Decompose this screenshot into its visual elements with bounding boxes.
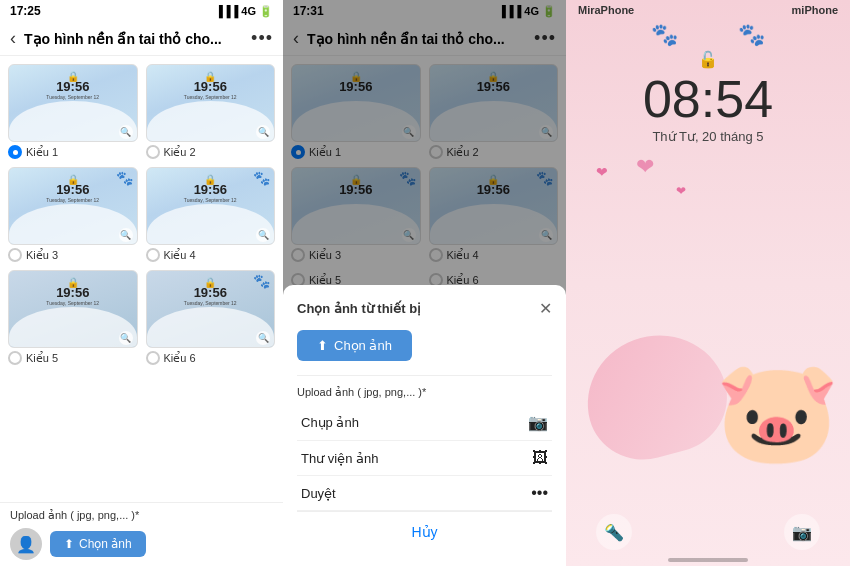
label-kieu6: Kiểu 6 bbox=[164, 352, 196, 365]
p3-lock-icon: 🔓 bbox=[566, 50, 850, 69]
radio-label-kieu1[interactable]: Kiểu 1 bbox=[8, 145, 58, 159]
p3-status-left: MiraPhone bbox=[578, 4, 634, 16]
style-grid-1: 🔒 19:56 Tuesday, September 12 🔍 Kiểu 1 bbox=[0, 56, 283, 502]
modal-title: Chọn ảnh từ thiết bị bbox=[297, 301, 421, 316]
list-item[interactable]: 🔒 19:56 Tuesday, September 12 🔍 Kiểu 2 bbox=[146, 64, 276, 159]
label-kieu1: Kiểu 1 bbox=[26, 146, 58, 159]
cloud-shape bbox=[147, 307, 275, 347]
radio-kieu2[interactable] bbox=[146, 145, 160, 159]
grid-container-1: 🔒 19:56 Tuesday, September 12 🔍 Kiểu 1 bbox=[8, 64, 275, 365]
list-item[interactable]: 🔒 19:56 Tuesday, September 12 🔍 Kiểu 5 bbox=[8, 270, 138, 365]
camera-icon-p3: 📷 bbox=[792, 523, 812, 542]
duyet-label: Duyệt bbox=[301, 486, 336, 501]
duyet-item[interactable]: Duyệt ••• bbox=[297, 476, 552, 511]
thu-vien-item[interactable]: Thư viện ảnh 🖼 bbox=[297, 441, 552, 476]
signal-1: ▐▐▐ bbox=[215, 5, 238, 17]
cloud-shape bbox=[147, 204, 275, 244]
list-item[interactable]: 🐾 🔒 19:56 Tuesday, September 12 🔍 Kiểu 4 bbox=[146, 167, 276, 262]
modal-close-button[interactable]: ✕ bbox=[539, 299, 552, 318]
thumb-inner: 🐾 🔒 19:56 Tuesday, September 12 🔍 bbox=[9, 168, 137, 244]
chon-anh-button-2[interactable]: ⬆ Chọn ảnh bbox=[297, 330, 412, 361]
list-item[interactable]: 🔒 19:56 Tuesday, September 12 🔍 Kiểu 1 bbox=[8, 64, 138, 159]
paw-right-icon: 🐾 bbox=[738, 22, 765, 48]
time-1: 17:25 bbox=[10, 4, 41, 18]
upload-label-2: Upload ảnh ( jpg, png,... )* bbox=[297, 386, 552, 399]
torch-button[interactable]: 🔦 bbox=[596, 514, 632, 550]
thumb-date: Tuesday, September 12 bbox=[46, 94, 99, 100]
panel3: MiraPhone miPhone 🐾 🐾 🔓 08:54 Thứ Tư, 20… bbox=[566, 0, 850, 566]
label-kieu4: Kiểu 4 bbox=[164, 249, 196, 262]
thumb-time: 19:56 bbox=[194, 182, 227, 197]
more-button-1[interactable]: ••• bbox=[251, 28, 273, 49]
radio-label-kieu6[interactable]: Kiểu 6 bbox=[146, 351, 196, 365]
back-button-1[interactable]: ‹ bbox=[10, 28, 16, 49]
thumb-inner: 🐾 🔒 19:56 Tuesday, September 12 🔍 bbox=[147, 271, 275, 347]
camera-button[interactable]: 📷 bbox=[784, 514, 820, 550]
more-dots-icon: ••• bbox=[531, 484, 548, 502]
label-kieu5: Kiểu 5 bbox=[26, 352, 58, 365]
list-item[interactable]: 🐾 🔒 19:56 Tuesday, September 12 🔍 Kiểu 6 bbox=[146, 270, 276, 365]
paw-icon: 🐾 bbox=[253, 170, 270, 186]
gallery-icon: 🖼 bbox=[532, 449, 548, 467]
thumb-kieu6[interactable]: 🐾 🔒 19:56 Tuesday, September 12 🔍 bbox=[146, 270, 276, 348]
upload-section-1: Upload ảnh ( jpg, png,... )* 👤 ⬆ Chọn ản… bbox=[0, 502, 283, 566]
p3-time: 08:54 bbox=[566, 73, 850, 125]
thumb-inner: 🐾 🔒 19:56 Tuesday, September 12 🔍 bbox=[147, 168, 275, 244]
heart-icon-1: ❤ bbox=[596, 164, 608, 180]
status-icons-1: ▐▐▐ 4G 🔋 bbox=[215, 5, 273, 18]
panel2: 17:31 ▐▐▐ 4G 🔋 ‹ Tạo hình nền ẩn tai thỏ… bbox=[283, 0, 566, 566]
radio-kieu4[interactable] bbox=[146, 248, 160, 262]
thumb-inner: 🔒 19:56 Tuesday, September 12 🔍 bbox=[147, 65, 275, 141]
heart-icon-3: ❤ bbox=[676, 184, 686, 198]
battery-1: 🔋 bbox=[259, 5, 273, 18]
radio-kieu1[interactable] bbox=[8, 145, 22, 159]
home-indicator bbox=[668, 558, 748, 562]
thumb-kieu3[interactable]: 🐾 🔒 19:56 Tuesday, September 12 🔍 bbox=[8, 167, 138, 245]
panel1: 17:25 ▐▐▐ 4G 🔋 ‹ Tạo hình nền ẩn tai thỏ… bbox=[0, 0, 283, 566]
p3-status-right: miPhone bbox=[792, 4, 838, 16]
radio-label-kieu2[interactable]: Kiểu 2 bbox=[146, 145, 196, 159]
pig-illustration: 🐷 bbox=[715, 361, 840, 461]
status-bar-1: 17:25 ▐▐▐ 4G 🔋 bbox=[0, 0, 283, 22]
chup-anh-item[interactable]: Chụp ảnh 📷 bbox=[297, 405, 552, 441]
zoom-icon: 🔍 bbox=[119, 125, 133, 139]
heart-icon-2: ❤ bbox=[636, 154, 654, 180]
p3-paws: 🐾 🐾 bbox=[566, 22, 850, 48]
thumb-time: 19:56 bbox=[56, 285, 89, 300]
upload-icon: ⬆ bbox=[64, 537, 74, 551]
cloud-shape bbox=[9, 101, 137, 141]
thumb-inner: 🔒 19:56 Tuesday, September 12 🔍 bbox=[9, 271, 137, 347]
thumb-time: 19:56 bbox=[194, 285, 227, 300]
chon-anh-button-1[interactable]: ⬆ Chọn ảnh bbox=[50, 531, 146, 557]
thumb-kieu5[interactable]: 🔒 19:56 Tuesday, September 12 🔍 bbox=[8, 270, 138, 348]
avatar: 👤 bbox=[10, 528, 42, 560]
thumb-kieu2[interactable]: 🔒 19:56 Tuesday, September 12 🔍 bbox=[146, 64, 276, 142]
paw-icon: 🐾 bbox=[253, 273, 270, 289]
upload-section-2: Upload ảnh ( jpg, png,... )* Chụp ảnh 📷 … bbox=[297, 375, 552, 511]
radio-kieu3[interactable] bbox=[8, 248, 22, 262]
p3-status-bar: MiraPhone miPhone bbox=[566, 0, 850, 20]
list-item[interactable]: 🐾 🔒 19:56 Tuesday, September 12 🔍 Kiểu 3 bbox=[8, 167, 138, 262]
upload-icon-2: ⬆ bbox=[317, 338, 328, 353]
thu-vien-label: Thư viện ảnh bbox=[301, 451, 378, 466]
chon-anh-modal-label: Chọn ảnh bbox=[334, 338, 392, 353]
thumb-kieu4[interactable]: 🐾 🔒 19:56 Tuesday, September 12 🔍 bbox=[146, 167, 276, 245]
radio-label-kieu4[interactable]: Kiểu 4 bbox=[146, 248, 196, 262]
cloud-shape bbox=[9, 204, 137, 244]
radio-kieu5[interactable] bbox=[8, 351, 22, 365]
thumb-time: 19:56 bbox=[194, 79, 227, 94]
p3-pig-area: ❤ ❤ ❤ 🐷 bbox=[566, 144, 850, 506]
radio-label-kieu3[interactable]: Kiểu 3 bbox=[8, 248, 58, 262]
modal-overlay: Chọn ảnh từ thiết bị ✕ ⬆ Chọn ảnh Upload… bbox=[283, 0, 566, 566]
radio-kieu6[interactable] bbox=[146, 351, 160, 365]
chon-anh-label-1: Chọn ảnh bbox=[79, 537, 132, 551]
radio-label-kieu5[interactable]: Kiểu 5 bbox=[8, 351, 58, 365]
cancel-button[interactable]: Hủy bbox=[297, 511, 552, 552]
paw-icon: 🐾 bbox=[116, 170, 133, 186]
thumb-inner: 🔒 19:56 Tuesday, September 12 🔍 bbox=[9, 65, 137, 141]
thumb-kieu1[interactable]: 🔒 19:56 Tuesday, September 12 🔍 bbox=[8, 64, 138, 142]
upload-options: Chụp ảnh 📷 Thư viện ảnh 🖼 Duyệt ••• bbox=[297, 405, 552, 511]
thumb-date: Tuesday, September 12 bbox=[46, 300, 99, 306]
zoom-icon: 🔍 bbox=[119, 331, 133, 345]
thumb-date: Tuesday, September 12 bbox=[46, 197, 99, 203]
